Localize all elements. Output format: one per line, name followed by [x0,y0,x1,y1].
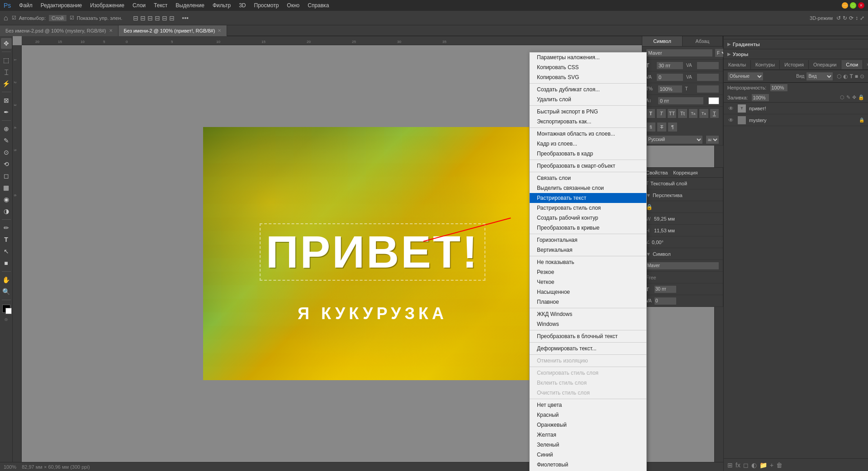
ctx-green[interactable]: Зеленый [530,440,646,450]
healing-tool[interactable]: ⊕ [1,123,12,134]
lock-all-icon[interactable]: 🔒 [858,94,864,100]
layers-options-btn[interactable]: » [863,62,868,67]
filter-pixel-icon[interactable]: ⬡ [837,73,841,80]
ctx-artboard-from-layers[interactable]: Монтажная область из слоев... [530,129,646,139]
foreground-color[interactable] [2,305,10,313]
tab-paths[interactable]: Контуры [751,60,780,69]
bold-btn[interactable]: T [646,108,655,118]
ctx-export-png[interactable]: Быстрый экспорт в PNG [530,107,646,117]
quick-select-tool[interactable]: ⚡ [1,78,12,89]
ctx-frame-from-layers[interactable]: Кадр из слоев... [530,139,646,149]
opacity-input[interactable] [770,84,788,92]
3d-tool-4[interactable]: ↕ [855,15,858,21]
blend-mode-select[interactable]: Обычные [727,72,764,81]
menu-layers[interactable]: Слои [129,1,149,9]
menu-edit[interactable]: Редактирование [37,1,85,9]
new-layer-btn[interactable]: + [770,462,773,469]
baseline-input[interactable] [658,97,704,105]
font-size-input[interactable] [656,61,683,70]
layer-visibility-mystery[interactable]: 👁 [727,117,735,124]
align-bottom[interactable]: ⊟ [169,14,175,22]
layer-visibility-privet[interactable]: 👁 [727,105,735,112]
tab-close-privet[interactable]: ✕ [218,28,221,33]
eyedropper-tool[interactable]: ✒ [1,107,12,118]
layer-item-privet[interactable]: 👁 T привет! [724,103,868,114]
maximize-button[interactable]: □ [850,2,856,9]
ctx-yellow[interactable]: Желтая [530,430,646,440]
color-swatch[interactable] [708,97,719,104]
close-button[interactable]: ✕ [858,2,864,9]
tab-paragraph[interactable]: Абзац [683,36,723,46]
tab-actions[interactable]: Операции [809,60,841,69]
tab-layers[interactable]: Слои [841,60,863,69]
underline-btn[interactable]: T [710,108,719,118]
crop-tool[interactable]: ⊠ [1,95,12,106]
layer-item-mystery[interactable]: 👁 mystery 🔒 [724,114,868,126]
language-select[interactable]: Русский [646,135,703,144]
home-button[interactable]: ⌂ [4,14,8,22]
ctx-copy-css[interactable]: Копировать CSS [530,62,646,72]
ctx-convert-curves[interactable]: Преобразовать в кривые [530,223,646,233]
add-fx-btn[interactable]: fx [735,462,740,469]
new-adj-layer-btn[interactable]: ◐ [751,462,757,469]
layer-select[interactable]: Слой [48,14,67,22]
align-middle[interactable]: ⊟ [162,14,167,22]
3d-tool-5[interactable]: ⤢ [860,15,864,21]
tab-symbol[interactable]: Символ [642,36,683,46]
prop-sub-tab-2[interactable]: Коррекция [673,170,697,175]
ctx-no-show[interactable]: Не показывать [530,257,646,267]
ctx-vertical[interactable]: Вертикальная [530,245,646,255]
ctx-blend-options[interactable]: Параметры наложения... [530,52,646,62]
ctx-windows[interactable]: Windows [530,319,646,329]
menu-selection[interactable]: Выделение [172,1,208,9]
hand-tool[interactable]: ✋ [1,274,12,285]
ctx-rasterize-style[interactable]: Растрировать стиль слоя [530,203,646,213]
3d-tool-2[interactable]: ↻ [843,15,847,21]
italic-btn[interactable]: T [656,108,666,118]
super-btn[interactable]: Ta [688,108,698,118]
font2-input[interactable] [646,262,719,270]
lock-transparent-icon[interactable]: ⬡ [840,94,844,100]
menu-text[interactable]: Текст [150,1,171,9]
filter-smart-icon[interactable]: ⊙ [860,73,864,80]
new-group-btn[interactable]: 📁 [759,462,767,469]
history-brush[interactable]: ⟲ [1,159,12,170]
ctx-smooth[interactable]: Плавное [530,297,646,307]
ctx-red[interactable]: Красный [530,410,646,420]
zoom-tool[interactable]: 🔍 [1,286,12,297]
ctx-select-linked[interactable]: Выделить связанные слои [530,183,646,193]
more-options[interactable]: ••• [182,14,189,22]
ctx-warp-text[interactable]: Деформировать текст... [530,344,646,353]
menu-file[interactable]: Файл [15,1,36,9]
blur-tool[interactable]: ◉ [1,194,12,205]
ctx-rasterize-text[interactable]: Растрировать текст [530,193,646,203]
tracking-input[interactable] [656,73,683,81]
3d-tool-1[interactable]: ↺ [836,15,841,21]
ctx-strong[interactable]: Насыщенное [530,287,646,297]
menu-window[interactable]: Окно [283,1,303,9]
ctx-point-text[interactable]: Преобразовать в блочный текст [530,331,646,341]
filter-adj-icon[interactable]: ◐ [843,73,848,80]
minimize-button[interactable]: — [842,2,848,9]
ctx-horizontal[interactable]: Горизонтальная [530,235,646,245]
antialiasing-select[interactable]: aa [706,135,719,144]
ctx-duplicate[interactable]: Создать дубликат слоя... [530,85,646,94]
align-right[interactable]: ⊟ [147,14,153,22]
ctx-work-path[interactable]: Создать рабочий контур [530,213,646,223]
pilcrow-btn[interactable]: ¶ [668,122,678,132]
fill-input[interactable] [751,94,769,102]
lock-pixels-icon[interactable]: ✎ [846,94,850,100]
eraser-tool[interactable]: ◻ [1,170,12,181]
ligature-btn[interactable]: fi [646,122,656,132]
lock-icon[interactable]: 🔒 [646,204,653,210]
brush-tool[interactable]: ✎ [1,135,12,146]
menu-view[interactable]: Просмотр [251,1,283,9]
ctx-orange[interactable]: Оранжевый [530,420,646,430]
prop-sub-tab-1[interactable]: Свойства [646,170,668,175]
patterns-toggle[interactable]: ▶ [727,52,731,57]
auto-select-checkbox[interactable]: ☑ [12,15,16,21]
font-name-input[interactable] [646,49,713,57]
show-transform-checkbox[interactable]: ☑ [70,15,74,21]
upper-btn[interactable]: TT [667,108,677,118]
ctx-smart-object[interactable]: Преобразовать в смарт-объект [530,161,646,171]
